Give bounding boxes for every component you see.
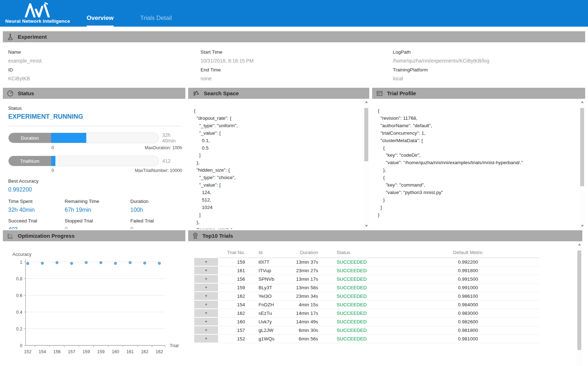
nni-logo[interactable]: Neural Network Intelligence bbox=[0, 2, 75, 27]
optimization-header: Optimization Progress bbox=[3, 230, 185, 241]
metric-cell: 0.991800 bbox=[396, 267, 540, 275]
trial-profile-scrollbar[interactable] bbox=[579, 99, 585, 229]
scatter-plot-icon bbox=[7, 232, 14, 239]
nav-tabs: Overview Trials Detail bbox=[87, 15, 172, 27]
optimization-panel: Optimization Progress Accuracy00.20.40.6… bbox=[3, 230, 185, 366]
duration-cell: 4min 15s bbox=[290, 301, 329, 309]
table-row: +162YeI3O23min 34sSUCCEEDED0.986100 bbox=[194, 292, 540, 301]
tab-trials-detail[interactable]: Trials Detail bbox=[140, 15, 172, 27]
search-space-scrollbar[interactable] bbox=[363, 99, 369, 229]
trial-id-cell: sEzTu bbox=[251, 309, 290, 318]
expand-row-button[interactable]: + bbox=[194, 258, 218, 267]
svg-text:160: 160 bbox=[112, 349, 119, 354]
status-title: Status bbox=[18, 90, 34, 96]
expand-row-button[interactable]: + bbox=[194, 275, 218, 284]
svg-text:161: 161 bbox=[126, 349, 134, 354]
scroll-thumb[interactable] bbox=[577, 251, 581, 350]
brand-text: Neural Network Intelligence bbox=[5, 18, 70, 24]
tab-overview[interactable]: Overview bbox=[87, 15, 114, 27]
svg-text:162: 162 bbox=[156, 349, 163, 354]
status-cell: SUCCEEDED bbox=[329, 258, 396, 267]
scroll-down-icon[interactable] bbox=[581, 225, 584, 227]
best-accuracy-label: Best Accuracy bbox=[8, 178, 185, 184]
table-row: +154FnDZH4min 15sSUCCEEDED0.984000 bbox=[194, 301, 540, 309]
svg-text:0.8: 0.8 bbox=[16, 276, 22, 281]
svg-text:162: 162 bbox=[141, 349, 148, 354]
trial-no-cell: 156 bbox=[218, 275, 251, 284]
scroll-up-icon[interactable] bbox=[581, 101, 584, 103]
table-row: +159t0I7T13min 37sSUCCEEDED0.992200 bbox=[194, 258, 540, 267]
flask-icon bbox=[7, 33, 14, 41]
trialnum-bar-label: TrialNum bbox=[9, 156, 51, 166]
svg-text:152: 152 bbox=[24, 349, 32, 354]
status-panel: Status Status EXPERIMENT_RUNNING Duratio… bbox=[3, 88, 185, 229]
start-time-label: Start Time bbox=[201, 49, 393, 55]
scroll-thumb[interactable] bbox=[364, 108, 368, 161]
id-value: KCiBytKB bbox=[8, 76, 201, 81]
metric-cell: 0.983000 bbox=[396, 309, 540, 318]
top-nav: Neural Network Intelligence Overview Tri… bbox=[0, 0, 588, 27]
remaining-time-value: 67h 19min bbox=[65, 207, 130, 213]
experiment-title: Experiment bbox=[18, 34, 47, 40]
metric-cell: 0.991000 bbox=[396, 284, 540, 292]
top-trials-table: Trial No.IdDurationStatusDefault Metric … bbox=[194, 247, 540, 343]
expand-row-button[interactable]: + bbox=[194, 309, 218, 318]
duration-cell: 6min 56s bbox=[290, 335, 329, 343]
svg-text:0: 0 bbox=[20, 343, 22, 348]
duration-cell: 14min 17s bbox=[290, 309, 329, 318]
column-header: Status bbox=[329, 247, 396, 258]
scroll-up-icon[interactable] bbox=[365, 101, 368, 103]
status-label: Status bbox=[8, 99, 185, 111]
svg-text:157: 157 bbox=[68, 349, 75, 354]
duration-cell: 14min 49s bbox=[290, 318, 329, 326]
expand-row-button[interactable]: + bbox=[194, 318, 218, 326]
duration-cell: 13min 37s bbox=[290, 258, 329, 267]
trialnum-bar-max: MaxTrialNumber: 10000 bbox=[135, 168, 182, 173]
trial-no-cell: 154 bbox=[218, 301, 251, 309]
stopped-trial-value: 0 bbox=[65, 226, 130, 229]
status-cell: SUCCEEDED bbox=[329, 335, 396, 343]
trial-id-cell: BLy3T bbox=[251, 284, 290, 292]
trial-no-cell: 159 bbox=[218, 258, 251, 267]
scroll-thumb[interactable] bbox=[580, 108, 584, 186]
trialnum-progress: TrialNum 412 bbox=[8, 156, 185, 166]
trial-no-cell: 157 bbox=[218, 326, 251, 335]
molecule-icon bbox=[192, 90, 200, 97]
metric-cell: 0.991500 bbox=[396, 275, 540, 284]
medal-icon bbox=[192, 232, 198, 240]
best-accuracy-value: 0.992200 bbox=[8, 187, 185, 193]
platform-label: TrainingPlatform bbox=[393, 67, 585, 72]
trial-no-cell: 162 bbox=[218, 309, 251, 318]
duration-progress: Duration 32h 40min bbox=[8, 132, 185, 144]
scroll-down-icon[interactable] bbox=[365, 225, 368, 227]
trial-id-cell: SPNVb bbox=[251, 275, 290, 284]
metric-cell: 0.981800 bbox=[396, 326, 540, 335]
scroll-up-icon[interactable] bbox=[578, 243, 581, 246]
search-space-json: { "dropout_rate": { "_type": "uniform", … bbox=[188, 99, 369, 229]
top-trials-scrollbar[interactable] bbox=[576, 241, 582, 366]
duration-cell: 23min 27s bbox=[290, 267, 329, 275]
succeed-trial-value: 403 bbox=[8, 226, 65, 229]
status-value: EXPERIMENT_RUNNING bbox=[8, 113, 185, 120]
stopped-trial-label: Stopped Trial bbox=[65, 218, 130, 224]
succeed-trial-label: Succeed Trial bbox=[8, 218, 65, 224]
trial-profile-title: Trial Profile bbox=[387, 90, 416, 96]
experiment-section: Experiment Name example_mnist ID KCiBytK… bbox=[3, 31, 585, 87]
trialnum-bar-min: 0 bbox=[51, 168, 54, 173]
svg-text:0.6: 0.6 bbox=[16, 293, 22, 298]
expand-row-button[interactable]: + bbox=[194, 326, 218, 335]
duration-bar-min: 0 bbox=[51, 145, 54, 150]
time-spent-label: Time Spent bbox=[8, 199, 65, 204]
experiment-col-2: Start Time 10/31/2018, 8:16:15 PM End Ti… bbox=[201, 46, 393, 81]
duration-value: 100h bbox=[130, 207, 185, 213]
expand-row-button[interactable]: + bbox=[194, 335, 218, 343]
expand-row-button[interactable]: + bbox=[194, 301, 218, 309]
expand-row-button[interactable]: + bbox=[194, 284, 218, 292]
trial-no-cell: 160 bbox=[218, 318, 251, 326]
profile-box-icon bbox=[376, 90, 383, 97]
expand-row-button[interactable]: + bbox=[194, 292, 218, 301]
table-row: +162sEzTu14min 17sSUCCEEDED0.983000 bbox=[194, 309, 540, 318]
trial-no-cell: 162 bbox=[218, 292, 251, 301]
name-value: example_mnist bbox=[8, 58, 201, 64]
expand-row-button[interactable]: + bbox=[194, 267, 218, 275]
